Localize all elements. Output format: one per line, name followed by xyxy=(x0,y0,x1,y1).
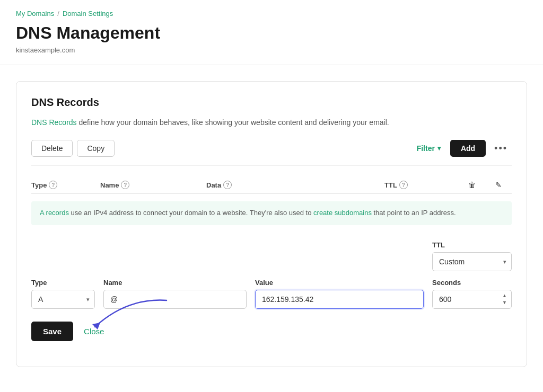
seconds-input-wrapper: ▲ ▼ xyxy=(432,290,512,309)
type-info-icon[interactable]: ? xyxy=(49,181,57,189)
form-main-row: Type A AAAA CNAME MX TXT NS ▾ xyxy=(31,241,512,309)
dns-records-card: DNS Records DNS Records define how your … xyxy=(16,81,527,367)
table-header: Type ? Name ? Data ? TTL ? 🗑 xyxy=(31,176,512,194)
col-ttl: TTL ? xyxy=(384,181,459,189)
card-title: DNS Records xyxy=(31,96,512,109)
name-field-group: Name xyxy=(103,279,247,309)
data-info-icon[interactable]: ? xyxy=(223,181,232,189)
dns-record-form: Type A AAAA CNAME MX TXT NS ▾ xyxy=(31,236,512,352)
ttl-select-group: TTL Auto Custom 1 min 5 min 30 min 1 hou… xyxy=(432,241,512,271)
col-type: Type ? xyxy=(31,181,100,189)
col-name: Name ? xyxy=(100,181,206,189)
name-input[interactable] xyxy=(103,290,247,309)
a-records-info-banner: A records use an IPv4 address to connect… xyxy=(31,201,512,225)
breadcrumb-my-domains[interactable]: My Domains xyxy=(16,10,54,17)
info-text-middle: use an IPv4 address to connect your doma… xyxy=(69,209,313,217)
breadcrumb: My Domains / Domain Settings xyxy=(16,10,527,17)
breadcrumb-separator: / xyxy=(57,10,59,17)
edit-icon: ✎ xyxy=(495,181,502,189)
page-subtitle: kinstaexample.com xyxy=(16,46,527,65)
ttl-label: TTL xyxy=(432,241,512,249)
type-select-wrapper: A AAAA CNAME MX TXT NS ▾ xyxy=(31,290,95,309)
ttl-field-group: TTL Auto Custom 1 min 5 min 30 min 1 hou… xyxy=(432,241,512,309)
more-options-button[interactable]: ••• xyxy=(490,141,512,156)
card-description-text: define how your domain behaves, like sho… xyxy=(77,118,389,127)
name-label: Name xyxy=(103,279,247,287)
col-trash-icon: 🗑 xyxy=(459,181,485,189)
type-select[interactable]: A AAAA CNAME MX TXT NS xyxy=(31,290,95,309)
page-title: DNS Management xyxy=(16,23,527,43)
value-label: Value xyxy=(255,279,424,287)
trash-icon: 🗑 xyxy=(468,181,476,189)
col-data: Data ? xyxy=(206,181,384,189)
breadcrumb-domain-settings[interactable]: Domain Settings xyxy=(63,10,113,17)
form-action-row: Save Close xyxy=(31,322,512,341)
chevron-down-icon: ▾ xyxy=(437,145,441,152)
create-subdomains-link[interactable]: create subdomains xyxy=(313,209,372,217)
add-button[interactable]: Add xyxy=(450,140,486,157)
value-field-group: Value xyxy=(255,279,424,309)
ttl-select[interactable]: Auto Custom 1 min 5 min 30 min 1 hour xyxy=(432,252,512,271)
type-label: Type xyxy=(31,279,95,287)
seconds-input[interactable] xyxy=(432,290,512,309)
type-field-group: Type A AAAA CNAME MX TXT NS ▾ xyxy=(31,279,95,309)
filter-button[interactable]: Filter ▾ xyxy=(411,140,446,156)
col-edit-icon: ✎ xyxy=(485,181,512,189)
name-info-icon[interactable]: ? xyxy=(121,181,129,189)
info-text-end: that point to an IP address. xyxy=(372,209,456,217)
seconds-field-group: Seconds ▲ ▼ xyxy=(432,279,512,309)
seconds-label: Seconds xyxy=(432,279,512,287)
close-button[interactable]: Close xyxy=(84,327,104,336)
seconds-decrement-button[interactable]: ▼ xyxy=(501,300,509,306)
dns-records-link[interactable]: DNS Records xyxy=(31,118,77,127)
toolbar: Delete Copy Filter ▾ Add ••• xyxy=(31,140,512,166)
filter-label: Filter xyxy=(417,144,435,153)
seconds-spinner: ▲ ▼ xyxy=(501,293,509,306)
seconds-increment-button[interactable]: ▲ xyxy=(501,293,509,299)
ttl-info-icon[interactable]: ? xyxy=(399,181,408,189)
delete-button[interactable]: Delete xyxy=(31,140,73,157)
ttl-select-wrapper: Auto Custom 1 min 5 min 30 min 1 hour ▾ xyxy=(432,252,512,271)
save-button[interactable]: Save xyxy=(31,322,73,341)
a-records-link[interactable]: A records xyxy=(40,209,69,217)
value-input[interactable] xyxy=(255,290,424,309)
card-description: DNS Records define how your domain behav… xyxy=(31,117,512,128)
copy-button[interactable]: Copy xyxy=(77,140,115,157)
